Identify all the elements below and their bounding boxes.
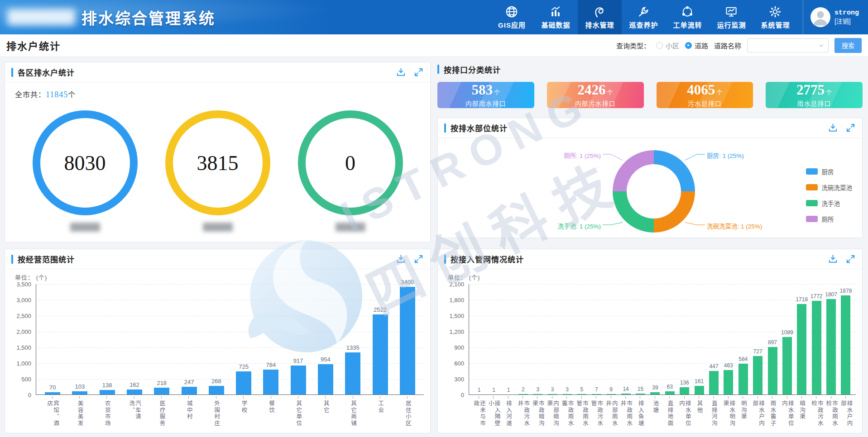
bar-value-label: 3 (551, 386, 554, 393)
legend-item-厨房[interactable]: 厨房 (806, 167, 853, 176)
download-icon[interactable] (396, 254, 406, 264)
nav-item-1[interactable]: 基础数据 (534, 0, 578, 34)
search-button[interactable]: 搜索 (834, 38, 862, 53)
download-icon[interactable] (828, 123, 838, 133)
district-ring-0: 8030 (33, 110, 138, 232)
radio-road[interactable]: 道路 (685, 41, 708, 50)
expand-icon[interactable] (413, 254, 424, 264)
section-title: 按排口分类统计 (444, 64, 501, 75)
x-category: 直排地面 (662, 396, 676, 432)
toolbar: 排水户统计 查询类型： 小区 道路 道路名称 搜索 (0, 34, 868, 56)
expand-icon[interactable] (845, 254, 856, 264)
x-tick (611, 396, 611, 399)
card-unit: 个 (494, 90, 500, 95)
x-tick (552, 396, 552, 399)
bar-value-label: 14 (623, 386, 628, 392)
city-total: 全市共：11845个 (5, 82, 430, 100)
bar (373, 314, 388, 394)
x-category-label: 雨水篦子 (769, 400, 776, 427)
nav-item-4[interactable]: 工单流转 (666, 0, 710, 34)
nav-item-6[interactable]: 系统管理 (753, 0, 797, 34)
brand: 排水综合管理系统 (0, 0, 216, 34)
bar-slot-11: 15 (633, 386, 647, 394)
x-category-label: 医疗服务 (158, 400, 165, 427)
panel-title: 各区排水户统计 (18, 66, 75, 78)
x-category: 居住小区 (394, 396, 421, 432)
road-name-label: 道路名称 (714, 41, 741, 50)
bar (127, 390, 142, 394)
x-tick (537, 396, 537, 399)
x-category-label: 市政雨水井 (619, 400, 632, 432)
y-tick-label: 900 (454, 344, 464, 351)
radio-community[interactable]: 小区 (656, 41, 679, 50)
y-tick-label: 300 (454, 376, 464, 383)
bar-value-label: 1807 (825, 291, 837, 298)
bar-slot-6: 3 (560, 386, 574, 394)
bar-value-label: 1772 (810, 293, 823, 299)
card-value: 4065 (687, 83, 715, 97)
bar-value-label: 1718 (796, 296, 808, 303)
bar (782, 337, 792, 394)
nav-item-5[interactable]: 运行监测 (710, 0, 753, 34)
y-tick-label: 2,100 (449, 281, 464, 288)
radio-road-dot[interactable] (685, 42, 692, 49)
download-icon[interactable] (396, 67, 406, 77)
radio-community-dot[interactable] (656, 42, 663, 49)
bar-slot-14: 136 (677, 380, 691, 394)
x-tick (655, 396, 655, 399)
x-tick (743, 396, 743, 399)
expand-icon[interactable] (413, 67, 424, 77)
bar (680, 387, 689, 394)
legend-item-洗手池[interactable]: 洗手池 (806, 199, 853, 208)
plot-area: 7010313816221824726872578491795413352522… (36, 284, 424, 395)
nav-item-2[interactable]: 排水管理 (578, 0, 622, 34)
x-tick (407, 396, 408, 399)
business-bar-chart: 单位： (个) 05001,0001,5002,0002,5003,0003,5… (5, 269, 430, 433)
bar (841, 295, 850, 394)
bar-slot-7: 725 (230, 363, 257, 394)
bar (724, 370, 733, 394)
nav-item-3[interactable]: 巡查养护 (622, 0, 666, 34)
road-name-select[interactable] (747, 38, 829, 52)
card-label: 内部雨水排口 (465, 99, 506, 108)
outlet-card-1: 2426个内部污水排口 (547, 82, 644, 108)
city-total-value: 11845 (46, 90, 68, 99)
panel-business-scope-stats: 按经营范围统计 单位： (个) 05001,0001,5002,0002,500… (5, 249, 431, 433)
x-tick (380, 396, 380, 399)
legend-item-厕所[interactable]: 厕所 (806, 214, 853, 223)
bar (826, 299, 836, 394)
x-category: 排入河道 (501, 396, 515, 432)
nav-item-label: 巡查养护 (629, 20, 658, 29)
x-tick (787, 396, 787, 399)
bar-value-label: 136 (680, 380, 689, 386)
x-tick (134, 396, 134, 399)
avatar[interactable] (810, 7, 830, 27)
x-category: 宾馆、酒店 (38, 396, 66, 432)
logout-link[interactable]: [注销] (834, 18, 859, 26)
bar (318, 364, 333, 394)
bar-value-label: 63 (667, 384, 673, 390)
x-tick (699, 396, 699, 399)
nav-item-0[interactable]: GIS应用 (490, 0, 534, 34)
bar (548, 394, 557, 394)
app-title: 排水综合管理系统 (82, 6, 216, 28)
bar-value-label: 1 (478, 387, 481, 393)
legend-item-洗碗洗菜池[interactable]: 洗碗洗菜池 (806, 183, 853, 192)
x-category: 排水单位内 (677, 396, 691, 432)
x-tick (298, 396, 298, 399)
bar (291, 366, 306, 394)
district-ring-value: 0 (345, 151, 355, 175)
download-icon[interactable] (828, 254, 838, 264)
bar-slot-15: 161 (692, 378, 706, 394)
x-category-label: 直排河沟 (710, 400, 717, 427)
bar (72, 391, 87, 394)
x-category: 池塘 (647, 396, 662, 432)
x-tick (493, 396, 494, 399)
x-tick (596, 396, 596, 399)
district-ring-2: 0 (298, 110, 403, 232)
bar-value-label: 897 (768, 339, 777, 346)
bar-slot-7: 5 (575, 386, 589, 394)
x-category: 内部暗沟渠 (545, 396, 559, 432)
expand-icon[interactable] (845, 123, 856, 133)
x-tick (831, 396, 831, 399)
